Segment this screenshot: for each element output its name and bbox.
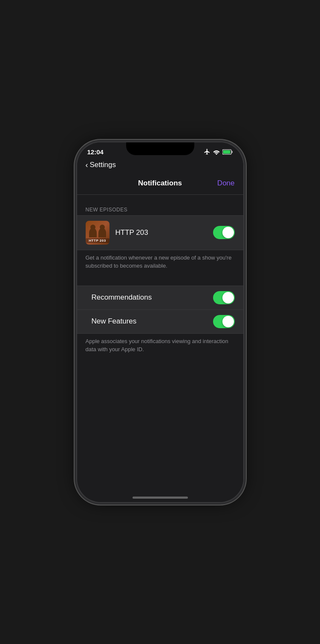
phone-frame: 12:04 ‹ Set <box>77 142 243 502</box>
new-features-label: New Features <box>92 317 213 326</box>
new-features-toggle-knob <box>222 316 234 327</box>
battery-icon <box>222 149 233 155</box>
new-features-toggle[interactable] <box>213 315 235 328</box>
podcast-thumbnail: HTTP 203 <box>86 221 110 245</box>
nav-bar: ‹ Settings <box>77 159 243 174</box>
airplane-icon <box>204 148 210 155</box>
new-episodes-section-header: NEW EPISODES <box>77 203 243 215</box>
http203-toggle-knob <box>222 227 234 238</box>
new-episodes-footer: Get a notification whenever a new episod… <box>77 250 243 277</box>
screen: 12:04 ‹ Set <box>77 142 243 502</box>
podcast-artwork <box>89 228 106 237</box>
svg-rect-2 <box>231 151 233 153</box>
notch <box>126 142 194 155</box>
new-episodes-footer-text: Get a notification whenever a new episod… <box>86 254 232 269</box>
recommendations-toggle-knob <box>222 292 234 303</box>
back-label: Settings <box>90 161 116 169</box>
back-chevron-icon: ‹ <box>86 161 88 170</box>
back-button[interactable]: ‹ Settings <box>86 161 116 170</box>
status-time: 12:04 <box>87 148 104 156</box>
top-space <box>77 195 243 203</box>
recommendations-label: Recommendations <box>92 293 213 302</box>
mid-space <box>77 277 243 286</box>
done-button[interactable]: Done <box>217 179 235 188</box>
general-list: Recommendations New Features <box>77 286 243 334</box>
person-2-silhouette <box>98 228 106 237</box>
http203-toggle[interactable] <box>213 226 235 239</box>
new-episodes-label: NEW EPISODES <box>86 207 128 213</box>
http203-label: HTTP 203 <box>115 228 213 237</box>
podcast-thumb-inner: HTTP 203 <box>86 221 110 245</box>
svg-rect-1 <box>223 150 230 153</box>
recommendations-toggle[interactable] <box>213 291 235 304</box>
content-area: Notifications Done NEW EPISODES <box>77 174 243 502</box>
header-row: Notifications Done <box>77 174 243 194</box>
general-footer: Apple associates your notifications view… <box>77 334 243 361</box>
wifi-icon <box>213 149 220 155</box>
new-episodes-list: HTTP 203 HTTP 203 <box>77 215 243 250</box>
list-item: HTTP 203 HTTP 203 <box>77 216 243 250</box>
general-footer-text: Apple associates your notifications view… <box>86 338 228 353</box>
recommendations-item: Recommendations <box>77 286 243 309</box>
new-features-item: New Features <box>77 309 243 333</box>
podcast-label: HTTP 203 <box>86 238 110 243</box>
page-title: Notifications <box>138 179 182 188</box>
status-icons <box>204 148 233 155</box>
home-indicator <box>133 497 188 499</box>
person-1-silhouette <box>89 228 97 237</box>
